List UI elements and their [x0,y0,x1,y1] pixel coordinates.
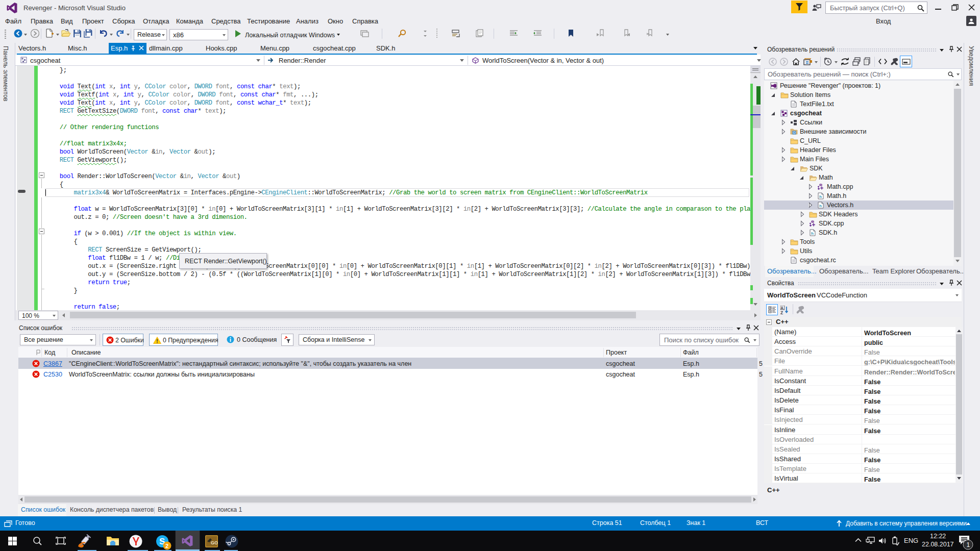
svg-text:2: 2 [165,543,168,549]
svg-text:h: h [819,204,822,208]
svg-text:1: 1 [967,541,970,548]
svg-text:Z: Z [780,310,783,315]
svg-text:h: h [811,231,814,236]
svg-text:h: h [819,194,822,199]
svg-text:GO: GO [211,540,218,545]
